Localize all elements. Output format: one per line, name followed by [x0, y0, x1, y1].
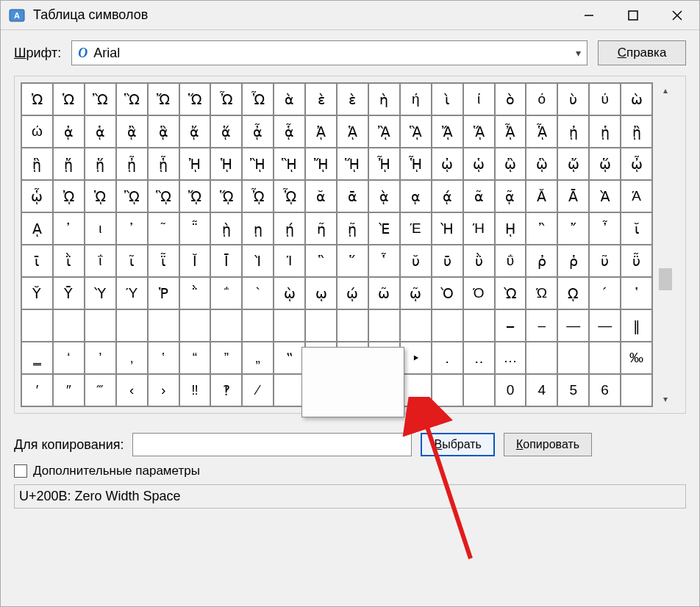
character-cell[interactable]: ᾌ: [432, 115, 463, 148]
character-cell[interactable]: —: [557, 309, 589, 342]
character-cell[interactable]: 5: [557, 374, 589, 406]
character-cell[interactable]: ᾼ: [21, 212, 53, 245]
character-cell[interactable]: ᾋ: [400, 115, 432, 148]
character-cell[interactable]: Ά: [621, 180, 652, 212]
character-cell[interactable]: [589, 342, 621, 374]
character-cell[interactable]: ὰ: [274, 83, 305, 115]
character-cell[interactable]: ῶ: [368, 277, 400, 309]
character-cell[interactable]: ὲ: [305, 83, 337, 115]
character-cell[interactable]: ‚: [116, 342, 148, 374]
character-cell[interactable]: Ῥ: [148, 277, 179, 309]
character-cell[interactable]: [400, 374, 432, 406]
character-cell[interactable]: ι: [85, 212, 116, 245]
character-cell[interactable]: [148, 309, 179, 342]
character-cell[interactable]: ᾮ: [242, 180, 274, 212]
character-cell[interactable]: [557, 342, 589, 374]
character-cell[interactable]: [85, 309, 116, 342]
character-cell[interactable]: ‣: [400, 342, 432, 374]
font-select[interactable]: O Arial ▾: [71, 40, 588, 65]
character-cell[interactable]: ῧ: [621, 245, 652, 277]
character-cell[interactable]: ῒ: [53, 245, 85, 277]
character-cell[interactable]: ᾜ: [305, 148, 337, 180]
character-cell[interactable]: ᾥ: [589, 148, 621, 180]
character-cell[interactable]: ᾈ: [305, 115, 337, 148]
character-cell[interactable]: ‗: [21, 342, 53, 374]
character-cell[interactable]: ῑ: [21, 245, 53, 277]
character-cell[interactable]: Ὠ: [21, 83, 53, 115]
minimize-button[interactable]: [567, 1, 611, 30]
character-cell[interactable]: ῀: [148, 212, 179, 245]
character-cell[interactable]: ᾳ: [400, 180, 432, 212]
close-button[interactable]: [655, 1, 699, 30]
character-cell[interactable]: ᾓ: [21, 148, 53, 180]
character-cell[interactable]: ῳ: [305, 277, 337, 309]
character-cell[interactable]: [21, 309, 53, 342]
character-cell[interactable]: ὺ: [557, 83, 589, 115]
character-cell[interactable]: ῏: [589, 212, 621, 245]
character-cell[interactable]: [621, 374, 652, 406]
character-cell[interactable]: ᾫ: [148, 180, 179, 212]
copy-input[interactable]: [132, 433, 412, 456]
select-button[interactable]: Выбрать: [421, 433, 494, 456]
character-cell[interactable]: ᾅ: [210, 115, 242, 148]
help-button[interactable]: Справка: [598, 40, 686, 65]
character-cell[interactable]: ᾪ: [116, 180, 148, 212]
character-cell[interactable]: ῂ: [210, 212, 242, 245]
character-cell[interactable]: Ὼ: [495, 277, 526, 309]
character-cell[interactable]: ύ: [589, 83, 621, 115]
character-cell[interactable]: ᾧ: [21, 180, 53, 212]
character-cell[interactable]: Ὣ: [116, 83, 148, 115]
character-cell[interactable]: ὼ: [621, 83, 652, 115]
character-cell[interactable]: ᾿: [116, 212, 148, 245]
character-cell[interactable]: ῗ: [148, 245, 179, 277]
character-cell[interactable]: Ὤ: [148, 83, 179, 115]
character-cell[interactable]: ᾛ: [274, 148, 305, 180]
character-cell[interactable]: ᾉ: [337, 115, 368, 148]
character-cell[interactable]: ᾲ: [368, 180, 400, 212]
character-cell[interactable]: ΰ: [495, 245, 526, 277]
character-cell[interactable]: ῥ: [557, 245, 589, 277]
character-cell[interactable]: ᾢ: [495, 148, 526, 180]
character-cell[interactable]: ῌ: [495, 212, 526, 245]
character-cell[interactable]: ᾠ: [432, 148, 463, 180]
character-cell[interactable]: ὲ: [337, 83, 368, 115]
character-cell[interactable]: Ὥ: [179, 83, 211, 115]
character-cell[interactable]: [179, 309, 211, 342]
character-cell[interactable]: ᾖ: [116, 148, 148, 180]
character-cell[interactable]: ‽: [210, 374, 242, 406]
character-cell[interactable]: ῟: [368, 245, 400, 277]
character-cell[interactable]: „: [242, 342, 274, 374]
character-cell[interactable]: ῡ: [432, 245, 463, 277]
character-cell[interactable]: ᾰ: [305, 180, 337, 212]
character-cell[interactable]: Ὺ: [85, 277, 116, 309]
character-cell[interactable]: ῲ: [274, 277, 305, 309]
titlebar[interactable]: A Таблица символов: [1, 1, 699, 30]
character-cell[interactable]: ᾏ: [526, 115, 557, 148]
character-cell[interactable]: ὸ: [495, 83, 526, 115]
character-cell[interactable]: ῇ: [337, 212, 368, 245]
character-cell[interactable]: ή: [400, 83, 432, 115]
character-cell[interactable]: 6: [589, 374, 621, 406]
character-cell[interactable]: [337, 309, 368, 342]
character-cell[interactable]: ‥: [463, 342, 495, 374]
character-cell[interactable]: ό: [526, 83, 557, 115]
character-cell[interactable]: ‼: [179, 374, 211, 406]
character-cell[interactable]: Ό: [463, 277, 495, 309]
character-cell[interactable]: ᾑ: [589, 115, 621, 148]
copy-button[interactable]: Копировать: [504, 433, 592, 456]
character-cell[interactable]: [210, 309, 242, 342]
character-cell[interactable]: ώ: [21, 115, 53, 148]
scroll-track[interactable]: [658, 98, 673, 391]
character-cell[interactable]: ‟: [274, 342, 305, 374]
character-cell[interactable]: ᾕ: [85, 148, 116, 180]
character-cell[interactable]: ⁄: [242, 374, 274, 406]
character-cell[interactable]: `: [242, 277, 274, 309]
character-cell[interactable]: [274, 309, 305, 342]
character-cell[interactable]: Ῠ: [21, 277, 53, 309]
character-cell[interactable]: ᾂ: [116, 115, 148, 148]
character-cell[interactable]: Ύ: [116, 277, 148, 309]
character-cell[interactable]: ´: [589, 277, 621, 309]
character-cell[interactable]: ‹: [116, 374, 148, 406]
character-cell[interactable]: [526, 342, 557, 374]
character-cell[interactable]: ᾁ: [85, 115, 116, 148]
